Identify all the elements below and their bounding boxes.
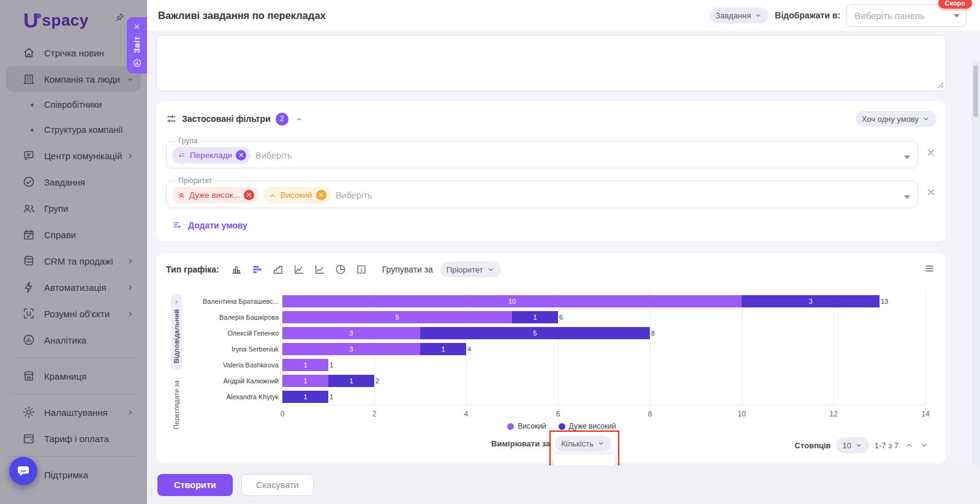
bar-segment[interactable]: 1	[420, 343, 466, 355]
panel-select-placeholder: Виберіть панель	[854, 10, 925, 21]
kpi-chart-icon[interactable]	[353, 261, 370, 277]
bar-segment[interactable]: 1	[282, 391, 328, 403]
menu-icon[interactable]	[924, 263, 935, 274]
caret-down-icon	[954, 14, 960, 18]
filter-field[interactable]: ПріоритетДуже висок...✕Високий✕Виберіть	[166, 176, 918, 208]
axis-dimension-chip[interactable]: Відповідальний	[171, 293, 182, 370]
filter-chip-label: Переклади	[190, 151, 232, 160]
remove-filter-icon[interactable]	[925, 187, 937, 198]
legend-item[interactable]: Дуже високий	[559, 422, 616, 431]
filter-field-placeholder: Виберіть	[255, 151, 292, 160]
x-axis-tick: 0	[281, 410, 285, 418]
legend-label: Дуже високий	[569, 422, 616, 431]
page-up-icon[interactable]	[904, 440, 914, 450]
measure-select[interactable]: Кількість Кількість	[555, 435, 611, 451]
filters-count-badge: 2	[276, 113, 288, 126]
pie-chart-icon[interactable]	[332, 261, 349, 277]
caret-down-icon	[904, 195, 910, 199]
chart-row: Олексій Гепенко358	[187, 325, 925, 341]
scrollbar[interactable]	[971, 61, 980, 465]
columns-select[interactable]: 10	[836, 437, 869, 453]
filter-value-chip[interactable]: Дуже висок...✕	[172, 187, 258, 203]
chart-x-axis: 02468101214	[282, 405, 925, 419]
panel-select[interactable]: Виберіть панель Скоро	[846, 4, 967, 27]
report-tab-label: Звіт	[132, 36, 141, 53]
segment-value: 1	[349, 377, 353, 385]
remove-filter-icon[interactable]	[925, 147, 937, 158]
legend-item[interactable]: Високий	[507, 422, 546, 431]
bar-segment[interactable]: 3	[282, 343, 420, 355]
axis-dimension-label: Відповідальний	[173, 309, 180, 363]
chart-row: Alexandra Khytyk11	[187, 389, 925, 405]
report-analytics-icon	[132, 58, 142, 68]
step-area-chart-icon[interactable]	[270, 261, 287, 277]
x-axis-tick: 12	[829, 410, 837, 418]
filter-value-chip[interactable]: Високий✕	[263, 187, 331, 203]
segment-value: 1	[533, 314, 537, 321]
chevron-right-icon	[173, 298, 180, 306]
modal-footer: Створити Скасувати	[147, 465, 980, 504]
add-condition-button[interactable]: Додати умову	[172, 220, 247, 231]
bar-segment[interactable]: 3	[282, 327, 420, 339]
chevron-down-icon	[922, 115, 930, 123]
bar-segment[interactable]: 5	[282, 311, 512, 323]
chevron-up-icon[interactable]	[295, 115, 304, 124]
filter-fields: ГрупаПереклади✕ВиберітьПріоритетДуже вис…	[166, 137, 937, 208]
support-chat-bubble[interactable]	[9, 457, 37, 485]
bar-segment[interactable]: 1	[512, 311, 558, 323]
chart-card: Тип графіка: Групувати за Пріоритет Відп…	[156, 253, 946, 464]
chart-legend: ВисокийДуже високий	[187, 422, 937, 431]
description-textarea[interactable]	[156, 35, 946, 91]
close-icon[interactable]	[133, 23, 141, 31]
filter-value-chip[interactable]: Переклади✕	[172, 147, 251, 164]
scrollbar-thumb[interactable]	[973, 65, 978, 117]
entity-type-chip[interactable]: Завдання	[709, 7, 769, 23]
group-by-chip[interactable]: Пріоритет	[440, 261, 501, 277]
bar-segment[interactable]: 1	[282, 359, 328, 371]
bar-stack: 10313	[282, 295, 925, 307]
caret-down-icon	[904, 156, 910, 159]
bar-horizontal-chart-icon[interactable]	[249, 261, 266, 277]
create-button[interactable]: Створити	[157, 474, 233, 496]
bar-stack: 358	[282, 327, 925, 339]
filters-icon	[166, 113, 177, 124]
bar-segment[interactable]: 5	[420, 327, 650, 339]
remove-chip-icon[interactable]: ✕	[316, 190, 326, 200]
legend-label: Високий	[518, 422, 546, 431]
remove-chip-icon[interactable]: ✕	[236, 150, 246, 160]
bar-stack: 516	[282, 311, 925, 323]
resize-handle-icon[interactable]	[937, 82, 944, 89]
cancel-button[interactable]: Скасувати	[241, 474, 314, 496]
segment-value: 3	[349, 345, 353, 353]
segment-value: 3	[349, 329, 353, 337]
chart-type-label: Тип графіка:	[166, 265, 219, 274]
filter-field-legend: Група	[175, 137, 201, 145]
filter-field-legend: Пріоритет	[175, 176, 215, 185]
line-chart-icon[interactable]	[290, 261, 307, 277]
legend-dot-icon	[559, 423, 565, 430]
entity-type-label: Завдання	[715, 11, 751, 20]
bar-segment[interactable]: 1	[282, 375, 328, 387]
report-builder-modal: Важливі завдання по перекладах Завдання …	[147, 0, 980, 504]
report-side-tab[interactable]: Звіт	[127, 17, 147, 73]
category-label: Олексій Гепенко	[187, 329, 279, 337]
page-down-icon[interactable]	[919, 440, 929, 450]
remove-chip-icon[interactable]: ✕	[244, 190, 254, 200]
segment-value: 5	[533, 329, 537, 337]
condition-mode-chip[interactable]: Хоч одну умову	[856, 111, 937, 127]
x-axis-tick: 6	[556, 410, 560, 418]
modal-backdrop[interactable]	[0, 0, 147, 504]
filter-field[interactable]: ГрупаПереклади✕Виберіть	[166, 137, 918, 168]
category-label: Valeria Bashkirova	[187, 361, 279, 369]
line-alt-chart-icon[interactable]	[311, 261, 328, 277]
filters-title: Застосовані фільтри	[182, 114, 271, 124]
chevron-down-icon	[486, 265, 495, 274]
bar-segment[interactable]: 3	[742, 295, 880, 307]
segment-value: 1	[303, 361, 307, 369]
segment-value: 5	[395, 314, 399, 321]
bar-segment[interactable]: 1	[328, 375, 374, 387]
bar-vertical-chart-icon[interactable]	[228, 261, 245, 277]
bar-stack: 11	[282, 391, 925, 403]
bar-segment[interactable]: 10	[282, 295, 742, 307]
applied-filters-card: Застосовані фільтри 2 Хоч одну умову Гру…	[156, 101, 946, 242]
